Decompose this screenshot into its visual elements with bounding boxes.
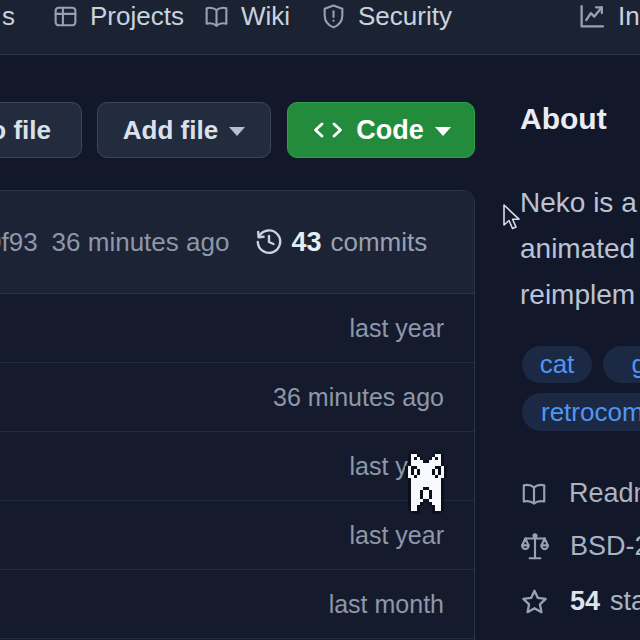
- file-row-time: last month: [329, 590, 444, 619]
- repo-nav-bar: s Projects Wiki Security: [0, 0, 640, 55]
- file-row-time: last year: [350, 521, 444, 550]
- caret-down-icon: [229, 127, 245, 136]
- file-table: 0f93 36 minutes ago 43 commits last year…: [0, 190, 475, 640]
- book-icon: [519, 480, 549, 508]
- commit-count: 43: [291, 227, 321, 258]
- nav-tab-projects[interactable]: Projects: [52, 0, 184, 32]
- about-description-line: animated: [520, 226, 637, 272]
- stars-count: 54: [570, 586, 600, 617]
- topic-tag-cat[interactable]: cat: [522, 346, 592, 383]
- add-file-button[interactable]: Add file: [97, 102, 271, 158]
- commit-time: 36 minutes ago: [52, 227, 230, 258]
- latest-commit-bar: 0f93 36 minutes ago 43 commits: [0, 191, 474, 294]
- go-to-file-button[interactable]: o file: [0, 102, 82, 158]
- nav-tab-label: Wiki: [241, 1, 290, 32]
- add-file-label: Add file: [123, 115, 218, 146]
- stars-label: sta: [610, 586, 640, 617]
- about-heading: About: [520, 102, 607, 136]
- topic-tag-label: cat: [540, 349, 575, 380]
- license-link[interactable]: BSD-2: [520, 530, 640, 563]
- code-button[interactable]: Code: [287, 102, 475, 158]
- file-row[interactable]: last year: [0, 294, 474, 363]
- nav-tab-insights[interactable]: In: [577, 0, 640, 32]
- graph-icon: [577, 1, 607, 31]
- history-icon: [253, 226, 285, 258]
- readme-label: Readm: [569, 478, 640, 509]
- shield-icon: [320, 3, 347, 30]
- commit-history-link[interactable]: 43 commits: [253, 226, 427, 258]
- about-description: Neko is a animated reimplem: [520, 180, 637, 318]
- readme-link[interactable]: Readm: [519, 478, 640, 509]
- commit-count-label: commits: [330, 227, 427, 258]
- table-icon: [52, 3, 79, 30]
- file-row[interactable]: last year: [0, 432, 474, 501]
- code-icon: [311, 117, 345, 143]
- file-row[interactable]: 36 minutes ago: [0, 363, 474, 432]
- nav-tab-label: s: [2, 1, 15, 32]
- mouse-cursor: [502, 204, 522, 232]
- law-icon: [520, 530, 550, 563]
- license-label: BSD-2: [570, 531, 640, 562]
- star-icon: [519, 587, 550, 617]
- file-row[interactable]: last month: [0, 570, 474, 639]
- file-row-time: 36 minutes ago: [273, 383, 444, 412]
- file-row[interactable]: last year: [0, 501, 474, 570]
- nav-tab-security[interactable]: Security: [320, 0, 452, 32]
- nav-tab-wiki[interactable]: Wiki: [203, 0, 290, 32]
- stars-link[interactable]: 54 sta: [519, 586, 640, 617]
- topic-tag-retrocomputing[interactable]: retrocomp: [522, 393, 640, 431]
- code-label: Code: [356, 115, 424, 146]
- about-description-line: reimplem: [520, 272, 637, 318]
- go-to-file-label: o file: [0, 115, 51, 146]
- book-icon: [203, 3, 230, 30]
- topic-tag-label: retrocomp: [541, 397, 640, 428]
- about-description-line: Neko is a: [520, 180, 637, 226]
- github-repo-page: s Projects Wiki Security: [0, 0, 640, 640]
- commit-hash[interactable]: 0f93: [0, 227, 38, 258]
- nav-tab-label: Security: [358, 1, 452, 32]
- neko-cat-sprite: [405, 451, 447, 514]
- nav-tab-label: Projects: [90, 1, 184, 32]
- caret-down-icon: [435, 127, 451, 136]
- nav-tab-label: In: [618, 1, 640, 32]
- file-row-time: last year: [350, 314, 444, 343]
- topic-tag-label: go: [632, 349, 640, 380]
- topic-tag-go[interactable]: go: [603, 346, 640, 383]
- nav-tab-clipped[interactable]: s: [2, 0, 15, 32]
